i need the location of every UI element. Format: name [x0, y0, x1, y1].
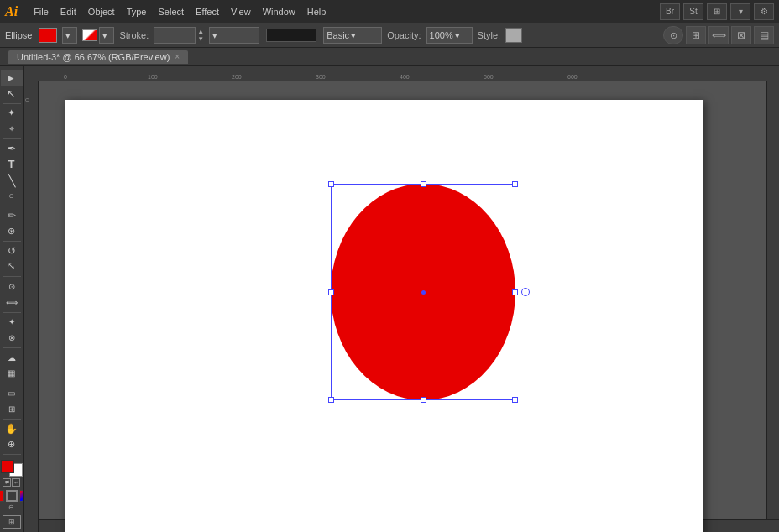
- handle-bottom-middle[interactable]: [421, 397, 426, 403]
- menu-help[interactable]: Help: [301, 3, 332, 20]
- menu-select[interactable]: Select: [152, 3, 190, 20]
- anchor-handle-right[interactable]: [521, 288, 530, 296]
- toolbar: ▸ ↖ ✦ ⌖ ✒ T ╲ ○ ✏ ⊛ ↺ ⤡ ⊙ ⟺ ✦ ⊗ ☁ ▦ ▭ ⊞ …: [0, 66, 24, 532]
- paintbrush-tool[interactable]: ✏: [1, 207, 23, 223]
- shape-tool[interactable]: ○: [1, 188, 23, 204]
- transform-icon[interactable]: ⟺: [708, 26, 729, 44]
- line-tool[interactable]: ╲: [1, 172, 23, 188]
- document-tab-title: Untitled-3* @ 66.67% (RGB/Preview): [17, 52, 170, 62]
- warp-tool[interactable]: ⊙: [1, 279, 23, 295]
- vertical-scrollbar[interactable]: [766, 81, 779, 519]
- direct-selection-tool[interactable]: ↖: [1, 86, 23, 102]
- color-swatch-area[interactable]: [1, 460, 23, 477]
- main-area: ▸ ↖ ✦ ⌖ ✒ T ╲ ○ ✏ ⊛ ↺ ⤡ ⊙ ⟺ ✦ ⊗ ☁ ▦ ▭ ⊞ …: [0, 66, 779, 532]
- handle-middle-left[interactable]: [328, 289, 334, 295]
- stock-icon[interactable]: St: [683, 3, 703, 20]
- handle-bottom-right[interactable]: [512, 397, 518, 403]
- view-icons: ⊕ ⊖ ✋: [0, 503, 24, 512]
- artboard-tool[interactable]: ▭: [1, 385, 23, 401]
- fill-color-swatch[interactable]: [39, 28, 57, 43]
- scale-tool[interactable]: ⤡: [1, 259, 23, 275]
- stroke-label: Stroke:: [119, 30, 149, 40]
- menu-window[interactable]: Window: [257, 3, 301, 20]
- handle-top-left[interactable]: [328, 181, 334, 187]
- style-preview[interactable]: [505, 28, 522, 43]
- document-tab[interactable]: Untitled-3* @ 66.67% (RGB/Preview) ×: [8, 50, 188, 64]
- vertical-ruler: 0: [24, 81, 39, 532]
- foreground-color-swatch[interactable]: [1, 460, 14, 473]
- stroke-color-preview[interactable]: [82, 29, 97, 41]
- width-tool[interactable]: ⟺: [1, 295, 23, 310]
- menu-effect[interactable]: Effect: [190, 3, 225, 20]
- ruler-tick-200: 200: [232, 74, 242, 80]
- blob-brush-tool[interactable]: ⊛: [1, 223, 23, 239]
- blend-mode-dropdown[interactable]: Basic ▾: [323, 27, 382, 44]
- menu-bar: Ai File Edit Object Type Select Effect V…: [0, 0, 779, 23]
- fill-dropdown[interactable]: ▾: [62, 27, 77, 44]
- type-tool[interactable]: T: [1, 156, 23, 172]
- selection-tool[interactable]: ▸: [1, 70, 23, 86]
- stroke-weight-input[interactable]: [154, 27, 196, 44]
- lasso-tool[interactable]: ⌖: [1, 121, 23, 137]
- ruler-tick-600: 600: [567, 74, 578, 80]
- hand-tool[interactable]: ✋: [1, 420, 23, 436]
- symbol-spray-tool[interactable]: ☁: [1, 350, 23, 366]
- screen-mode-icon[interactable]: ⊞: [3, 515, 21, 529]
- rotate-tool[interactable]: ↺: [1, 243, 23, 259]
- shape-type-label: Ellipse: [5, 30, 32, 40]
- pathfinder-icon[interactable]: ⊠: [731, 26, 751, 44]
- magic-wand-tool[interactable]: ✦: [1, 105, 23, 121]
- eyedropper-tool[interactable]: ✦: [1, 314, 23, 330]
- stroke-mode-swatch[interactable]: [6, 490, 18, 502]
- ruler-tick-0: 0: [64, 74, 67, 80]
- menu-type[interactable]: Type: [121, 3, 153, 20]
- style-label: Style:: [478, 30, 501, 40]
- default-colors-icon[interactable]: ↩: [12, 478, 20, 487]
- menu-object[interactable]: Object: [82, 3, 121, 20]
- menu-edit[interactable]: Edit: [55, 3, 82, 20]
- zoom-in-icon[interactable]: ⊕: [0, 503, 4, 512]
- workspace-dropdown[interactable]: ▾: [730, 3, 750, 20]
- menu-file[interactable]: File: [28, 3, 55, 20]
- pen-tool[interactable]: ✒: [1, 141, 23, 157]
- blend-tool[interactable]: ⊗: [1, 330, 23, 346]
- handle-top-middle[interactable]: [421, 181, 426, 187]
- stroke-weight-stepper[interactable]: ▲ ▼: [197, 28, 204, 43]
- ellipse-object[interactable]: [331, 184, 515, 400]
- ruler-tick-100: 100: [148, 74, 158, 80]
- stroke-options-dropdown[interactable]: ▾: [209, 27, 259, 44]
- fill-mode-swatch[interactable]: [0, 490, 4, 502]
- search-icon[interactable]: ⚙: [754, 3, 774, 20]
- horizontal-ruler: 0 100 200 300 400 500 600: [39, 66, 779, 81]
- color-mode-icons: ⇄ ↩: [3, 478, 20, 487]
- align-distribute-icon[interactable]: ⊞: [686, 26, 706, 44]
- canvas-area[interactable]: 0 100 200 300 400 500 600 0: [24, 66, 779, 532]
- menu-view[interactable]: View: [225, 3, 257, 20]
- ruler-tick-300: 300: [316, 74, 326, 80]
- align-icon[interactable]: ▤: [754, 26, 774, 44]
- bridge-icon[interactable]: Br: [660, 3, 680, 20]
- slice-tool[interactable]: ⊞: [1, 401, 23, 417]
- ruler-tick-500: 500: [484, 74, 494, 80]
- handle-top-right[interactable]: [512, 181, 518, 187]
- document-canvas: [65, 100, 703, 532]
- ruler-tick-v: 0: [24, 98, 30, 102]
- optionsbar-right-icons: ⊙ ⊞ ⟺ ⊠ ▤: [663, 26, 774, 44]
- handle-middle-right[interactable]: [512, 289, 518, 295]
- stroke-style-preview: [266, 29, 316, 42]
- opacity-dropdown[interactable]: 100% ▾: [426, 27, 473, 44]
- options-bar: Ellipse ▾ ▾ Stroke: ▲ ▼ ▾ Basic ▾ Opacit…: [0, 23, 779, 48]
- document-tab-close[interactable]: ×: [175, 52, 180, 61]
- stroke-dropdown[interactable]: ▾: [99, 27, 114, 44]
- zoom-out-icon[interactable]: ⊖: [6, 503, 18, 512]
- handle-bottom-left[interactable]: [328, 397, 334, 403]
- graph-tool[interactable]: ▦: [1, 365, 23, 381]
- arrange-icon[interactable]: ⊙: [663, 26, 683, 44]
- zoom-tool[interactable]: ⊕: [1, 436, 23, 452]
- fill-stroke-mode-icons: [0, 490, 24, 502]
- swap-colors-icon[interactable]: ⇄: [3, 478, 11, 487]
- selection-box: [331, 184, 515, 400]
- workspace-icon[interactable]: ⊞: [707, 3, 727, 20]
- titlebar-icons: Br St ⊞ ▾ ⚙: [660, 3, 774, 20]
- ruler-corner: [24, 66, 39, 81]
